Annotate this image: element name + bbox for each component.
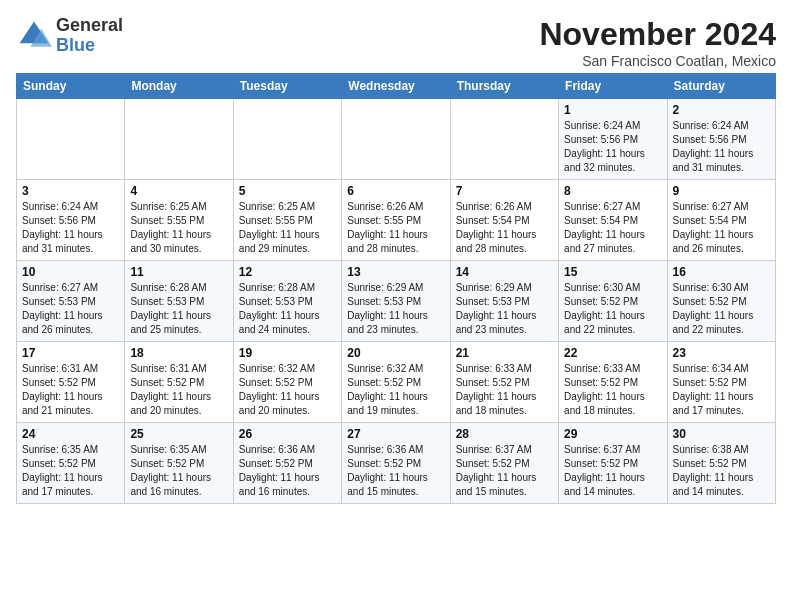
calendar-day-cell xyxy=(450,99,558,180)
calendar-day-cell: 19Sunrise: 6:32 AM Sunset: 5:52 PM Dayli… xyxy=(233,342,341,423)
logo-text: General Blue xyxy=(56,16,123,56)
day-info: Sunrise: 6:25 AM Sunset: 5:55 PM Dayligh… xyxy=(239,200,336,256)
calendar-day-cell: 5Sunrise: 6:25 AM Sunset: 5:55 PM Daylig… xyxy=(233,180,341,261)
calendar-day-cell: 24Sunrise: 6:35 AM Sunset: 5:52 PM Dayli… xyxy=(17,423,125,504)
day-number: 29 xyxy=(564,427,661,441)
day-number: 23 xyxy=(673,346,770,360)
logo: General Blue xyxy=(16,16,123,56)
weekday-header: Friday xyxy=(559,74,667,99)
day-number: 24 xyxy=(22,427,119,441)
day-number: 7 xyxy=(456,184,553,198)
day-info: Sunrise: 6:30 AM Sunset: 5:52 PM Dayligh… xyxy=(564,281,661,337)
calendar-day-cell: 2Sunrise: 6:24 AM Sunset: 5:56 PM Daylig… xyxy=(667,99,775,180)
weekday-header: Sunday xyxy=(17,74,125,99)
day-info: Sunrise: 6:32 AM Sunset: 5:52 PM Dayligh… xyxy=(239,362,336,418)
calendar-day-cell: 21Sunrise: 6:33 AM Sunset: 5:52 PM Dayli… xyxy=(450,342,558,423)
day-number: 12 xyxy=(239,265,336,279)
calendar-week-row: 1Sunrise: 6:24 AM Sunset: 5:56 PM Daylig… xyxy=(17,99,776,180)
day-info: Sunrise: 6:35 AM Sunset: 5:52 PM Dayligh… xyxy=(22,443,119,499)
day-number: 25 xyxy=(130,427,227,441)
calendar-week-row: 24Sunrise: 6:35 AM Sunset: 5:52 PM Dayli… xyxy=(17,423,776,504)
weekday-header-row: SundayMondayTuesdayWednesdayThursdayFrid… xyxy=(17,74,776,99)
day-info: Sunrise: 6:35 AM Sunset: 5:52 PM Dayligh… xyxy=(130,443,227,499)
calendar-day-cell: 18Sunrise: 6:31 AM Sunset: 5:52 PM Dayli… xyxy=(125,342,233,423)
day-number: 8 xyxy=(564,184,661,198)
day-number: 22 xyxy=(564,346,661,360)
calendar-header: SundayMondayTuesdayWednesdayThursdayFrid… xyxy=(17,74,776,99)
calendar-day-cell: 26Sunrise: 6:36 AM Sunset: 5:52 PM Dayli… xyxy=(233,423,341,504)
calendar-day-cell xyxy=(233,99,341,180)
day-number: 13 xyxy=(347,265,444,279)
day-number: 9 xyxy=(673,184,770,198)
logo-blue: Blue xyxy=(56,36,123,56)
calendar-day-cell xyxy=(342,99,450,180)
day-number: 16 xyxy=(673,265,770,279)
calendar-day-cell: 15Sunrise: 6:30 AM Sunset: 5:52 PM Dayli… xyxy=(559,261,667,342)
day-info: Sunrise: 6:26 AM Sunset: 5:55 PM Dayligh… xyxy=(347,200,444,256)
day-info: Sunrise: 6:24 AM Sunset: 5:56 PM Dayligh… xyxy=(22,200,119,256)
calendar-day-cell: 22Sunrise: 6:33 AM Sunset: 5:52 PM Dayli… xyxy=(559,342,667,423)
weekday-header: Monday xyxy=(125,74,233,99)
day-info: Sunrise: 6:37 AM Sunset: 5:52 PM Dayligh… xyxy=(564,443,661,499)
calendar-day-cell: 13Sunrise: 6:29 AM Sunset: 5:53 PM Dayli… xyxy=(342,261,450,342)
day-number: 27 xyxy=(347,427,444,441)
day-info: Sunrise: 6:27 AM Sunset: 5:53 PM Dayligh… xyxy=(22,281,119,337)
calendar-day-cell: 3Sunrise: 6:24 AM Sunset: 5:56 PM Daylig… xyxy=(17,180,125,261)
day-number: 20 xyxy=(347,346,444,360)
month-title: November 2024 xyxy=(539,16,776,53)
calendar-day-cell xyxy=(125,99,233,180)
calendar-day-cell: 11Sunrise: 6:28 AM Sunset: 5:53 PM Dayli… xyxy=(125,261,233,342)
day-number: 1 xyxy=(564,103,661,117)
day-info: Sunrise: 6:32 AM Sunset: 5:52 PM Dayligh… xyxy=(347,362,444,418)
logo-icon xyxy=(16,18,52,54)
weekday-header: Wednesday xyxy=(342,74,450,99)
day-info: Sunrise: 6:38 AM Sunset: 5:52 PM Dayligh… xyxy=(673,443,770,499)
calendar-day-cell: 12Sunrise: 6:28 AM Sunset: 5:53 PM Dayli… xyxy=(233,261,341,342)
day-number: 10 xyxy=(22,265,119,279)
day-number: 11 xyxy=(130,265,227,279)
calendar-day-cell: 20Sunrise: 6:32 AM Sunset: 5:52 PM Dayli… xyxy=(342,342,450,423)
location-title: San Francisco Coatlan, Mexico xyxy=(539,53,776,69)
day-number: 3 xyxy=(22,184,119,198)
calendar-day-cell: 14Sunrise: 6:29 AM Sunset: 5:53 PM Dayli… xyxy=(450,261,558,342)
day-number: 28 xyxy=(456,427,553,441)
day-info: Sunrise: 6:29 AM Sunset: 5:53 PM Dayligh… xyxy=(347,281,444,337)
logo-general: General xyxy=(56,16,123,36)
calendar-day-cell: 4Sunrise: 6:25 AM Sunset: 5:55 PM Daylig… xyxy=(125,180,233,261)
calendar-day-cell: 7Sunrise: 6:26 AM Sunset: 5:54 PM Daylig… xyxy=(450,180,558,261)
calendar-day-cell xyxy=(17,99,125,180)
title-section: November 2024 San Francisco Coatlan, Mex… xyxy=(539,16,776,69)
day-info: Sunrise: 6:33 AM Sunset: 5:52 PM Dayligh… xyxy=(564,362,661,418)
calendar-day-cell: 23Sunrise: 6:34 AM Sunset: 5:52 PM Dayli… xyxy=(667,342,775,423)
day-number: 26 xyxy=(239,427,336,441)
day-number: 14 xyxy=(456,265,553,279)
calendar-body: 1Sunrise: 6:24 AM Sunset: 5:56 PM Daylig… xyxy=(17,99,776,504)
calendar-week-row: 3Sunrise: 6:24 AM Sunset: 5:56 PM Daylig… xyxy=(17,180,776,261)
calendar-day-cell: 29Sunrise: 6:37 AM Sunset: 5:52 PM Dayli… xyxy=(559,423,667,504)
calendar-table: SundayMondayTuesdayWednesdayThursdayFrid… xyxy=(16,73,776,504)
day-info: Sunrise: 6:33 AM Sunset: 5:52 PM Dayligh… xyxy=(456,362,553,418)
day-info: Sunrise: 6:36 AM Sunset: 5:52 PM Dayligh… xyxy=(239,443,336,499)
day-number: 30 xyxy=(673,427,770,441)
calendar-day-cell: 25Sunrise: 6:35 AM Sunset: 5:52 PM Dayli… xyxy=(125,423,233,504)
day-number: 18 xyxy=(130,346,227,360)
day-info: Sunrise: 6:27 AM Sunset: 5:54 PM Dayligh… xyxy=(564,200,661,256)
calendar-day-cell: 17Sunrise: 6:31 AM Sunset: 5:52 PM Dayli… xyxy=(17,342,125,423)
calendar-day-cell: 1Sunrise: 6:24 AM Sunset: 5:56 PM Daylig… xyxy=(559,99,667,180)
day-number: 21 xyxy=(456,346,553,360)
day-info: Sunrise: 6:26 AM Sunset: 5:54 PM Dayligh… xyxy=(456,200,553,256)
calendar-day-cell: 10Sunrise: 6:27 AM Sunset: 5:53 PM Dayli… xyxy=(17,261,125,342)
day-number: 19 xyxy=(239,346,336,360)
day-info: Sunrise: 6:25 AM Sunset: 5:55 PM Dayligh… xyxy=(130,200,227,256)
day-info: Sunrise: 6:34 AM Sunset: 5:52 PM Dayligh… xyxy=(673,362,770,418)
day-number: 4 xyxy=(130,184,227,198)
day-info: Sunrise: 6:30 AM Sunset: 5:52 PM Dayligh… xyxy=(673,281,770,337)
calendar-day-cell: 28Sunrise: 6:37 AM Sunset: 5:52 PM Dayli… xyxy=(450,423,558,504)
weekday-header: Thursday xyxy=(450,74,558,99)
calendar-day-cell: 27Sunrise: 6:36 AM Sunset: 5:52 PM Dayli… xyxy=(342,423,450,504)
calendar-day-cell: 8Sunrise: 6:27 AM Sunset: 5:54 PM Daylig… xyxy=(559,180,667,261)
day-number: 5 xyxy=(239,184,336,198)
day-number: 2 xyxy=(673,103,770,117)
day-info: Sunrise: 6:27 AM Sunset: 5:54 PM Dayligh… xyxy=(673,200,770,256)
day-info: Sunrise: 6:24 AM Sunset: 5:56 PM Dayligh… xyxy=(564,119,661,175)
